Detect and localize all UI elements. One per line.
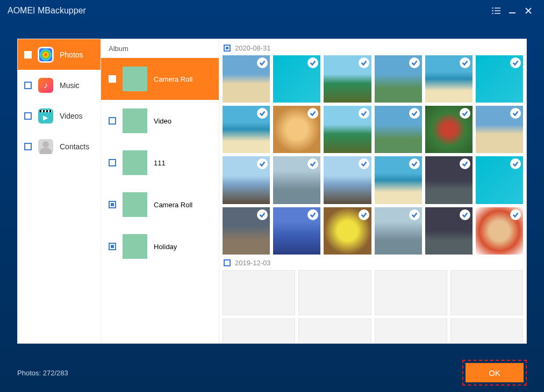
ok-highlight: OK (462, 360, 527, 386)
category-label: Videos (60, 112, 83, 120)
album-thumbnail (123, 67, 147, 91)
photo-thumbnail[interactable] (298, 270, 371, 316)
selected-badge-icon (409, 108, 420, 119)
photo-thumbnail[interactable] (223, 156, 270, 204)
photo-thumbnail[interactable] (450, 270, 523, 316)
main-panel: Photos ♪ Music Videos Contacts Album Cam… (17, 39, 527, 344)
checkbox-icon[interactable] (24, 51, 32, 59)
photo-gallery[interactable]: 2020-08-312019-12-032019-11-15 (219, 39, 526, 343)
selected-badge-icon (307, 158, 318, 169)
album-thumbnail (123, 234, 147, 259)
album-item[interactable]: Video (101, 100, 219, 142)
selected-badge-icon (257, 158, 268, 169)
checkbox-icon[interactable] (24, 143, 32, 150)
footer-bar: Photos: 272/283 OK (17, 353, 527, 392)
photo-thumbnail[interactable] (273, 55, 320, 103)
photo-thumbnail[interactable] (375, 156, 422, 204)
selected-badge-icon (257, 108, 268, 119)
checkbox-icon[interactable] (109, 201, 116, 208)
date-group-header[interactable]: 2019-12-03 (223, 255, 523, 270)
selected-badge-icon (307, 57, 318, 68)
checkbox-icon[interactable] (24, 82, 32, 89)
category-videos[interactable]: Videos (18, 100, 101, 131)
album-label: Camera Roll (154, 201, 192, 209)
selected-badge-icon (257, 57, 268, 68)
album-label: Holiday (154, 243, 177, 251)
minimize-button[interactable] (504, 3, 520, 19)
checkbox-icon[interactable] (109, 117, 116, 125)
checkbox-icon[interactable] (224, 45, 231, 52)
selected-badge-icon (359, 158, 369, 169)
photos-icon (38, 47, 53, 62)
photo-thumbnail[interactable] (324, 207, 371, 255)
category-photos[interactable]: Photos (18, 39, 101, 70)
photo-thumbnail[interactable] (273, 207, 320, 255)
album-item[interactable]: Camera Roll (101, 58, 219, 100)
videos-icon (38, 108, 53, 124)
photo-thumbnail[interactable] (223, 106, 270, 153)
title-bar: AOMEI MBackupper (0, 0, 544, 21)
checkbox-icon[interactable] (109, 75, 116, 83)
photo-thumbnail[interactable] (324, 156, 371, 204)
photo-thumbnail[interactable] (375, 55, 422, 103)
photo-thumbnail[interactable] (223, 207, 270, 255)
selected-badge-icon (510, 209, 521, 220)
album-item[interactable]: 111 (101, 142, 219, 184)
close-button[interactable] (520, 3, 536, 19)
photo-grid (223, 270, 523, 343)
selected-badge-icon (460, 158, 470, 169)
photo-thumbnail[interactable] (425, 156, 473, 204)
app-title: AOMEI MBackupper (8, 6, 488, 16)
category-contacts[interactable]: Contacts (18, 131, 101, 162)
photo-thumbnail[interactable] (324, 106, 371, 153)
album-list: Album Camera RollVideo111Camera RollHoli… (101, 39, 219, 343)
ok-button[interactable]: OK (466, 363, 524, 382)
photo-thumbnail[interactable] (223, 55, 270, 103)
album-label: 111 (154, 159, 166, 167)
selected-badge-icon (307, 108, 318, 119)
photo-thumbnail[interactable] (476, 207, 523, 255)
photo-thumbnail[interactable] (223, 270, 295, 316)
photo-thumbnail[interactable] (476, 156, 523, 204)
category-label: Photos (60, 50, 83, 59)
photo-thumbnail[interactable] (425, 207, 473, 255)
selected-badge-icon (510, 57, 521, 68)
checkbox-icon[interactable] (109, 243, 116, 250)
photo-thumbnail[interactable] (476, 106, 523, 153)
photo-thumbnail[interactable] (223, 318, 295, 343)
album-thumbnail (123, 150, 147, 175)
selected-badge-icon (510, 158, 521, 169)
selected-badge-icon (409, 57, 420, 68)
selected-badge-icon (359, 57, 369, 68)
photo-thumbnail[interactable] (375, 106, 422, 153)
date-group-header[interactable]: 2020-08-31 (223, 40, 523, 55)
category-music[interactable]: ♪ Music (18, 70, 101, 100)
album-item[interactable]: Holiday (101, 226, 219, 267)
photo-thumbnail[interactable] (375, 318, 447, 343)
checkbox-icon[interactable] (109, 159, 116, 166)
selected-badge-icon (460, 57, 470, 68)
category-label: Music (60, 81, 80, 90)
album-label: Camera Roll (154, 75, 192, 83)
photo-thumbnail[interactable] (324, 55, 371, 103)
selected-badge-icon (257, 209, 268, 220)
list-view-button[interactable] (488, 3, 504, 19)
checkbox-icon[interactable] (24, 112, 32, 120)
selected-badge-icon (510, 108, 521, 119)
selected-badge-icon (359, 108, 369, 119)
album-item[interactable]: Camera Roll (101, 184, 219, 226)
photo-thumbnail[interactable] (298, 318, 371, 343)
photo-thumbnail[interactable] (425, 55, 473, 103)
photo-grid (223, 55, 523, 255)
photo-thumbnail[interactable] (273, 156, 320, 204)
selected-badge-icon (409, 158, 420, 169)
checkbox-icon[interactable] (224, 259, 231, 266)
photo-thumbnail[interactable] (425, 106, 473, 153)
photo-thumbnail[interactable] (273, 106, 320, 153)
photo-thumbnail[interactable] (476, 55, 523, 103)
photo-thumbnail[interactable] (450, 318, 523, 343)
selected-badge-icon (460, 108, 470, 119)
photo-thumbnail[interactable] (375, 270, 447, 316)
photo-count-status: Photos: 272/283 (17, 369, 68, 377)
photo-thumbnail[interactable] (375, 207, 422, 255)
